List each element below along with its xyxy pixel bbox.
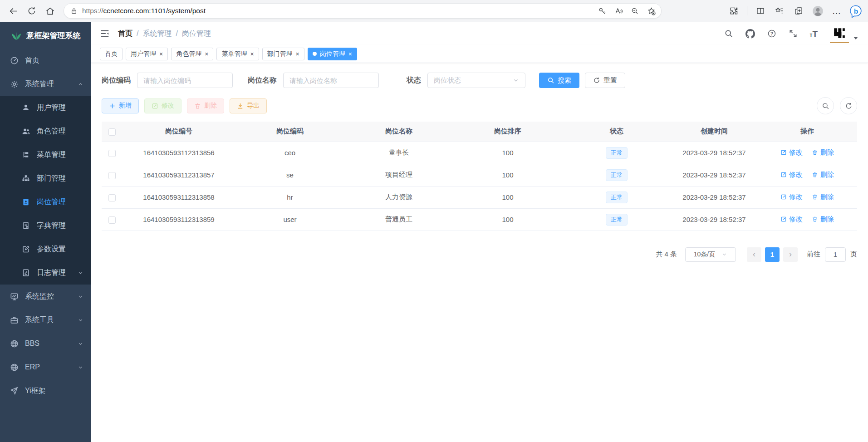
close-icon[interactable]: × — [250, 51, 254, 57]
delete-button[interactable]: 删除 — [187, 98, 224, 113]
back-arrow-icon — [9, 6, 19, 16]
sidebar-item-erp[interactable]: ERP — [0, 355, 91, 379]
row-delete-link[interactable]: 删除 — [812, 171, 834, 179]
close-icon[interactable]: × — [348, 51, 352, 57]
row-edit-link[interactable]: 修改 — [780, 215, 803, 224]
collections-button[interactable] — [791, 3, 806, 19]
row-delete-link[interactable]: 删除 — [812, 193, 834, 201]
browser-back-button[interactable] — [5, 2, 23, 20]
star-plus-icon — [647, 7, 656, 15]
post-name-input[interactable] — [283, 73, 379, 88]
status-select[interactable]: 岗位状态 — [427, 73, 525, 88]
column-post-code: 岗位编码 — [235, 122, 344, 142]
sidebar-item-system-tools[interactable]: 系统工具 — [0, 308, 91, 332]
tab-menu-management[interactable]: 菜单管理 × — [216, 48, 259, 60]
browser-settings-button[interactable]: … — [829, 3, 844, 19]
search-icon — [822, 102, 829, 110]
table-row[interactable]: 1641030593112313856 ceo 董事长 100 正常 2023-… — [102, 142, 857, 164]
tab-post-management[interactable]: 岗位管理 × — [308, 48, 357, 60]
favorites-button[interactable] — [772, 3, 787, 19]
row-edit-link[interactable]: 修改 — [780, 148, 803, 157]
sidebar-item-home[interactable]: 首页 — [0, 49, 91, 72]
help-button[interactable]: ? — [767, 29, 776, 38]
reset-button[interactable]: 重置 — [585, 73, 625, 88]
text-size-button[interactable]: тT — [810, 29, 818, 38]
sidebar-item-user-management[interactable]: 用户管理 — [0, 96, 91, 119]
table-row[interactable]: 1641030593112313858 hr 人力资源 100 正常 2023-… — [102, 186, 857, 208]
user-avatar-menu[interactable] — [830, 24, 858, 43]
sidebar-item-parameter-settings[interactable]: 参数设置 — [0, 237, 91, 261]
row-delete-link[interactable]: 删除 — [812, 148, 834, 157]
sidebar-collapse-button[interactable] — [100, 29, 110, 39]
browser-refresh-button[interactable] — [23, 2, 41, 20]
collections-add-icon — [794, 6, 803, 15]
table-row[interactable]: 1641030593112313857 se 项目经理 100 正常 2023-… — [102, 164, 857, 186]
page-size-select[interactable]: 10条/页 — [685, 247, 736, 262]
copilot-bing-icon: b — [849, 5, 863, 18]
toolbar-divider — [747, 6, 747, 15]
sidebar-item-yi-framework[interactable]: Yi框架 — [0, 379, 91, 403]
add-button[interactable]: 新增 — [102, 98, 139, 113]
post-code-input[interactable] — [137, 73, 233, 88]
caret-down-icon — [853, 37, 858, 39]
sidebar-item-system-monitor[interactable]: 系统监控 — [0, 285, 91, 308]
sidebar-item-log-management[interactable]: 日志管理 — [0, 261, 91, 285]
edit-button[interactable]: 修改 — [144, 98, 181, 113]
toolbox-icon — [10, 316, 19, 324]
prev-page-button[interactable]: ‹ — [747, 247, 761, 262]
dashboard-icon — [10, 56, 19, 65]
cell-post-name: 项目经理 — [344, 164, 453, 186]
split-screen-button[interactable] — [753, 3, 768, 19]
column-post-id: 岗位编号 — [122, 122, 235, 142]
header-search-button[interactable] — [724, 29, 733, 38]
password-key-button[interactable] — [595, 5, 609, 17]
sidebar-item-dictionary-management[interactable]: 字典管理 — [0, 214, 91, 237]
app-logo[interactable]: 意框架管理系统 — [0, 22, 91, 49]
row-checkbox[interactable] — [108, 150, 116, 157]
current-page-button[interactable]: 1 — [765, 247, 780, 262]
browser-profile-button[interactable] — [810, 3, 825, 19]
add-favorite-button[interactable] — [644, 5, 658, 17]
fullscreen-button[interactable] — [789, 29, 798, 38]
tab-department-management[interactable]: 部门管理 × — [262, 48, 304, 60]
export-button[interactable]: 导出 — [230, 98, 267, 113]
tab-role-management[interactable]: 角色管理 × — [171, 48, 213, 60]
select-all-checkbox[interactable] — [108, 128, 116, 136]
row-edit-link[interactable]: 修改 — [780, 171, 803, 179]
close-icon[interactable]: × — [205, 51, 208, 57]
close-icon[interactable]: × — [159, 51, 163, 57]
copilot-button[interactable]: b — [848, 3, 863, 19]
refresh-table-button[interactable] — [840, 97, 857, 114]
tab-user-management[interactable]: 用户管理 × — [126, 48, 168, 60]
row-checkbox[interactable] — [108, 194, 116, 201]
extensions-button[interactable] — [726, 3, 741, 19]
address-bar[interactable]: https://ccnetcore.com:1101/system/post — [64, 3, 662, 19]
tab-label: 用户管理 — [131, 50, 156, 58]
goto-page-input[interactable] — [825, 247, 846, 262]
search-button[interactable]: 搜索 — [539, 73, 579, 88]
row-delete-link[interactable]: 删除 — [812, 215, 834, 224]
sidebar-item-role-management[interactable]: 角色管理 — [0, 119, 91, 143]
sidebar-item-bbs[interactable]: BBS — [0, 332, 91, 355]
table-row[interactable]: 1641030593112313859 user 普通员工 100 正常 202… — [102, 208, 857, 231]
toggle-search-button[interactable] — [817, 97, 834, 114]
sidebar-item-post-management[interactable]: 岗位管理 — [0, 190, 91, 214]
github-link-button[interactable] — [745, 29, 755, 39]
sidebar-item-system-management[interactable]: 系统管理 — [0, 72, 91, 96]
breadcrumb-home[interactable]: 首页 — [118, 29, 132, 39]
system-management-submenu: 用户管理 角色管理 菜单管理 部门管理 — [0, 96, 91, 285]
read-aloud-button[interactable] — [611, 5, 626, 17]
sidebar-item-menu-management[interactable]: 菜单管理 — [0, 143, 91, 167]
row-edit-link[interactable]: 修改 — [780, 193, 803, 201]
status-badge: 正常 — [606, 169, 628, 181]
row-checkbox[interactable] — [108, 216, 116, 224]
zoom-out-button[interactable] — [628, 5, 642, 17]
tab-home[interactable]: 首页 — [100, 48, 123, 60]
close-icon[interactable]: × — [296, 51, 299, 57]
table-header-row: 岗位编号 岗位编码 岗位名称 岗位排序 状态 创建时间 操作 — [102, 122, 857, 142]
row-checkbox[interactable] — [108, 172, 116, 179]
next-page-button[interactable]: › — [783, 247, 798, 262]
browser-home-button[interactable] — [41, 2, 59, 20]
sidebar-item-department-management[interactable]: 部门管理 — [0, 167, 91, 190]
sidebar-item-label: 菜单管理 — [37, 150, 66, 160]
